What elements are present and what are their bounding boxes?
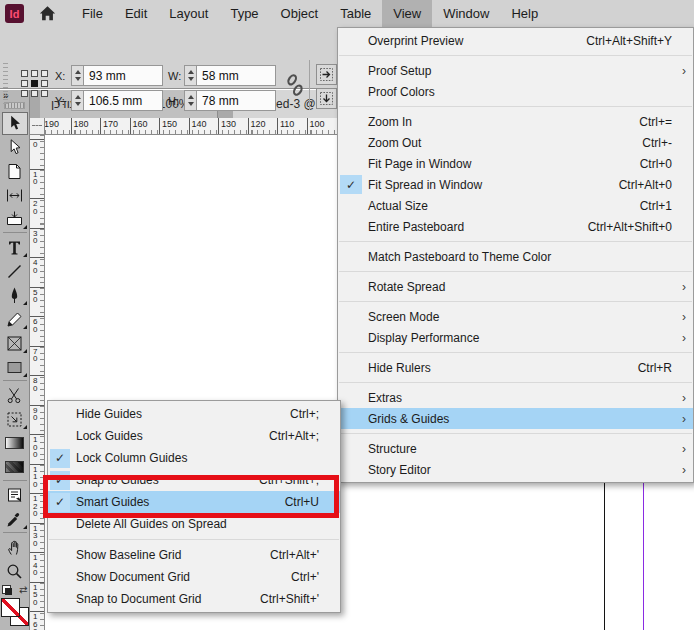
view-menu-item-display-performance[interactable]: Display Performance› [338,327,693,348]
gap-tool[interactable] [1,183,29,207]
view-menu-item-hide-rulers[interactable]: Hide RulersCtrl+R [338,357,693,378]
ruler-tick [130,118,131,135]
view-menu-item-screen-mode[interactable]: Screen Mode› [338,306,693,327]
hand-tool[interactable] [1,535,29,559]
view-menu-item-fit-page-in-window[interactable]: Fit Page in WindowCtrl+0 [338,153,693,174]
ruler-label: 1 0 0 [33,436,37,459]
reference-point-cell[interactable] [21,90,28,97]
shortcut-label: Ctrl+Shift+' [260,592,322,606]
view-menu-item-match-pasteboard-to-theme-color[interactable]: Match Pasteboard to Theme Color [338,246,693,267]
field-label: X: [55,70,71,82]
selection-tool[interactable] [2,112,28,135]
menubar-item-view[interactable]: View [382,0,432,27]
menubar-item-table[interactable]: Table [329,0,382,27]
grids-guides-submenu-item-show-document-grid[interactable]: Show Document GridCtrl+' [48,566,340,588]
home-icon[interactable] [39,5,57,23]
type-tool[interactable] [1,235,29,259]
spinner-control[interactable] [71,65,83,86]
grids-guides-submenu-item-snap-to-document-grid[interactable]: Snap to Document GridCtrl+Shift+' [48,588,340,610]
menubar-item-type[interactable]: Type [219,0,269,27]
ruler-tick [71,118,72,135]
reference-point-cell[interactable] [41,80,48,87]
view-menu-item-proof-setup[interactable]: Proof Setup› [338,60,693,81]
zoom-tool[interactable] [1,559,29,583]
shortcut-label: Ctrl+= [639,115,675,129]
menu-separator [339,55,692,56]
direct-selection-tool[interactable] [1,135,29,159]
grids-guides-submenu-item-show-baseline-grid[interactable]: Show Baseline GridCtrl+Alt+' [48,544,340,566]
check-placeholder [340,217,362,236]
grids-guides-submenu-item-lock-guides[interactable]: Lock GuidesCtrl+Alt+; [48,425,340,447]
default-fill-stroke-icon[interactable] [2,585,11,594]
spinner-control[interactable] [184,65,196,86]
gradient-swatch-tool[interactable] [1,431,29,455]
constrain-link-broken-icon[interactable] [284,72,306,102]
menu-item-label: Fit Page in Window [362,157,640,171]
menubar-item-object[interactable]: Object [270,0,330,27]
h-input[interactable] [196,90,276,111]
view-menu-item-structure[interactable]: Structure› [338,438,693,459]
reference-point-center[interactable] [31,80,38,87]
vertical-ruler[interactable]: 01 02 03 04 05 06 07 08 09 01 0 01 1 01 … [30,135,45,630]
free-transform-tool[interactable] [1,407,29,431]
fill-color-swatch[interactable] [1,598,20,617]
menubar-item-edit[interactable]: Edit [114,0,158,27]
ruler-label: 1 5 0 [33,584,37,607]
content-collector-tool[interactable] [1,207,29,231]
page-tool[interactable] [1,159,29,183]
eyedropper-tool[interactable] [1,507,29,531]
reference-point-cell[interactable] [31,70,38,77]
view-menu-item-grids-guides[interactable]: Grids & Guides› [338,408,693,429]
horizontal-ruler[interactable]: 190180170160150140130120110100 [45,118,337,135]
ruler-label: 110 [280,119,294,129]
menubar-item-file[interactable]: File [71,0,114,27]
ruler-label: 100 [310,119,325,129]
reference-point-proxy[interactable] [21,70,48,97]
view-menu-item-overprint-preview[interactable]: Overprint PreviewCtrl+Alt+Shift+Y [338,30,693,51]
toolbar-grip[interactable] [3,63,8,107]
spinner-control[interactable] [71,90,83,111]
y-input[interactable] [83,90,163,111]
submenu-arrow-icon: › [675,391,693,405]
view-menu-item-zoom-out[interactable]: Zoom OutCtrl+- [338,132,693,153]
grids-guides-submenu-item-lock-column-guides[interactable]: ✓Lock Column Guides [48,447,340,469]
flip-vertical-button[interactable] [316,88,337,109]
view-menu-item-fit-spread-in-window[interactable]: ✓Fit Spread in WindowCtrl+Alt+0 [338,174,693,195]
rectangle-tool[interactable] [1,355,29,379]
menu-item-label: Fit Spread in Window [362,178,619,192]
reference-point-cell[interactable] [41,90,48,97]
ruler-origin-corner[interactable] [30,118,45,135]
frame-tool[interactable] [1,331,29,355]
menubar-item-help[interactable]: Help [500,0,549,27]
view-menu-item-extras[interactable]: Extras› [338,387,693,408]
field-label: W: [168,70,184,82]
x-input[interactable] [83,65,163,86]
flip-horizontal-button[interactable] [316,64,337,85]
pencil-tool[interactable] [1,307,29,331]
view-menu-item-zoom-in[interactable]: Zoom InCtrl+= [338,111,693,132]
view-menu-item-rotate-spread[interactable]: Rotate Spread› [338,276,693,297]
swap-fill-stroke-icon[interactable]: ⇄ [19,584,27,595]
grids-guides-submenu-item-hide-guides[interactable]: Hide GuidesCtrl+; [48,403,340,425]
pen-tool[interactable] [1,283,29,307]
reference-point-cell[interactable] [41,70,48,77]
spinner-control[interactable] [184,90,196,111]
menubar-item-layout[interactable]: Layout [158,0,219,27]
view-menu-item-story-editor[interactable]: Story Editor› [338,459,693,480]
reference-point-cell[interactable] [31,90,38,97]
reference-point-cell[interactable] [21,80,28,87]
menu-separator [339,433,692,434]
view-menu-item-actual-size[interactable]: Actual SizeCtrl+1 [338,195,693,216]
check-placeholder [340,277,362,296]
note-tool[interactable] [1,483,29,507]
view-menu-item-proof-colors[interactable]: Proof Colors [338,81,693,102]
view-menu-item-entire-pasteboard[interactable]: Entire PasteboardCtrl+Alt+Shift+0 [338,216,693,237]
menubar-item-window[interactable]: Window [432,0,500,27]
line-tool[interactable] [1,259,29,283]
reference-point-cell[interactable] [21,70,28,77]
check-placeholder [50,546,70,565]
menu-item-label: Hide Guides [70,407,290,421]
scissors-tool[interactable] [1,383,29,407]
w-input[interactable] [196,65,276,86]
gradient-feather-tool[interactable] [1,455,29,479]
